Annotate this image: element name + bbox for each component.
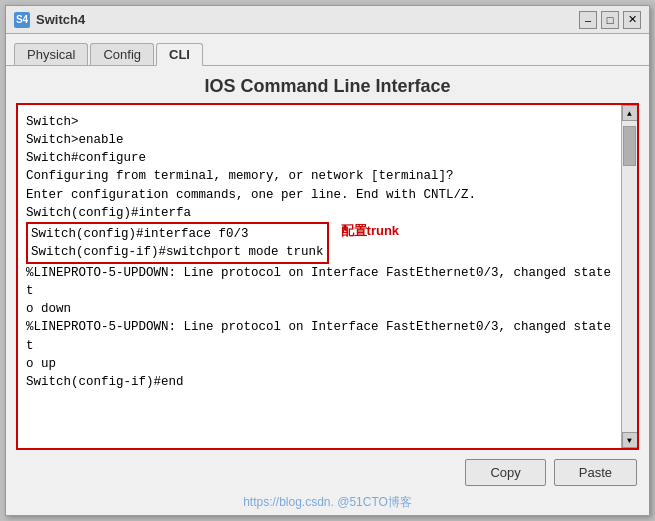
watermark: https://blog.csdn. @51CTO博客: [6, 494, 649, 515]
copy-button[interactable]: Copy: [465, 459, 545, 486]
paste-button[interactable]: Paste: [554, 459, 637, 486]
scrollbar-thumb[interactable]: [623, 126, 636, 166]
tabs-bar: Physical Config CLI: [6, 34, 649, 66]
cli-line: o down: [26, 300, 613, 318]
cli-line: Switch(config-if)#end: [26, 373, 613, 391]
cli-area: Switch> Switch>enable Switch#configure C…: [16, 103, 639, 450]
cli-line: Switch#configure: [26, 149, 613, 167]
cli-line: %LINEPROTO-5-UPDOWN: Line protocol on In…: [26, 264, 613, 300]
scroll-down-button[interactable]: ▼: [622, 432, 638, 448]
title-bar-left: S4 Switch4: [14, 12, 85, 28]
highlighted-section: Switch(config)#interface f0/3 Switch(con…: [26, 222, 613, 264]
tab-config[interactable]: Config: [90, 43, 154, 65]
trunk-annotation: 配置trunk: [341, 222, 400, 241]
tab-physical[interactable]: Physical: [14, 43, 88, 65]
window-title: Switch4: [36, 12, 85, 27]
app-icon: S4: [14, 12, 30, 28]
cli-line: Switch(config)#interfa: [26, 204, 613, 222]
maximize-button[interactable]: □: [601, 11, 619, 29]
cli-highlighted-line: Switch(config)#interface f0/3: [31, 225, 324, 243]
cli-line: %LINEPROTO-5-UPDOWN: Line protocol on In…: [26, 318, 613, 354]
highlighted-commands: Switch(config)#interface f0/3 Switch(con…: [26, 222, 329, 264]
cli-line: Configuring from terminal, memory, or ne…: [26, 167, 613, 185]
cli-line: Switch>enable: [26, 131, 613, 149]
minimize-button[interactable]: –: [579, 11, 597, 29]
cli-line: Switch>: [26, 113, 613, 131]
app-icon-label: S4: [16, 14, 28, 25]
cli-line: o up: [26, 355, 613, 373]
cli-highlighted-line: Switch(config-if)#switchport mode trunk: [31, 243, 324, 261]
title-bar: S4 Switch4 – □ ✕: [6, 6, 649, 34]
cli-scrollbar: ▲ ▼: [621, 105, 637, 448]
close-button[interactable]: ✕: [623, 11, 641, 29]
bottom-bar: Copy Paste: [6, 450, 649, 494]
main-window: S4 Switch4 – □ ✕ Physical Config CLI IOS…: [5, 5, 650, 516]
scrollbar-track[interactable]: [622, 121, 637, 432]
tab-cli[interactable]: CLI: [156, 43, 203, 66]
page-title: IOS Command Line Interface: [6, 66, 649, 103]
scroll-up-button[interactable]: ▲: [622, 105, 638, 121]
cli-content[interactable]: Switch> Switch>enable Switch#configure C…: [18, 105, 621, 448]
window-controls: – □ ✕: [579, 11, 641, 29]
cli-line: Enter configuration commands, one per li…: [26, 186, 613, 204]
